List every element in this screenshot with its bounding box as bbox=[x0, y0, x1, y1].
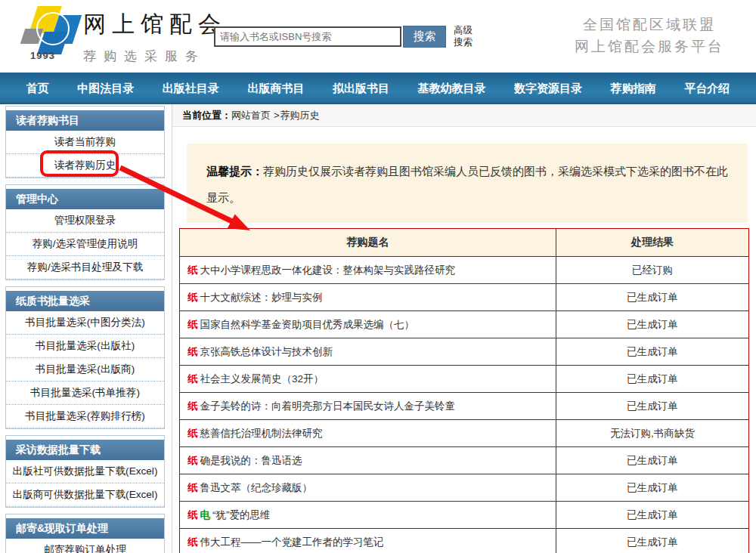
nav-item-6[interactable]: 基教幼教目录 bbox=[418, 82, 486, 96]
sidebar-item[interactable]: 邮寄荐购订单处理 bbox=[6, 539, 164, 553]
book-title-cell: 纸国家自然科学基金资助项目优秀成果选编（七） bbox=[180, 311, 556, 338]
table-row: 纸确是我说的：鲁迅语选已生成订单 bbox=[180, 447, 749, 474]
format-tag: 纸 bbox=[187, 373, 198, 385]
sidebar-section: 纸质书批量选采书目批量选采(中图分类法)书目批量选采(出版社)书目批量选采(出版… bbox=[5, 286, 165, 429]
top-header: 1993 网上馆配会 荐购选采服务 搜索 高级 搜索 全国馆配区域联盟 网上馆配… bbox=[0, 0, 756, 73]
sidebar-item[interactable]: 管理权限登录 bbox=[6, 209, 164, 233]
format-tag: 纸 bbox=[187, 400, 198, 412]
notice-text: 荐购历史仅展示读者荐购且图书馆采编人员已反馈的图书，采编选采模式下选采的图书不在… bbox=[206, 165, 728, 204]
nav-item-1[interactable]: 首页 bbox=[26, 82, 49, 96]
search-area: 搜索 高级 搜索 bbox=[214, 25, 472, 48]
search-button[interactable]: 搜索 bbox=[403, 26, 446, 48]
sidebar-item[interactable]: 出版社可供数据批量下载(Excel) bbox=[6, 460, 164, 483]
format-tag: 纸 bbox=[187, 536, 198, 548]
format-tag: 纸 bbox=[187, 346, 198, 357]
nav-item-7[interactable]: 数字资源目录 bbox=[514, 82, 582, 96]
process-result-cell: 已生成订单 bbox=[556, 311, 749, 338]
column-header-title: 荐购题名 bbox=[180, 229, 556, 257]
sidebar-item[interactable]: 书目批量选采(荐购排行榜) bbox=[6, 405, 164, 428]
format-tag: 纸 bbox=[187, 509, 198, 521]
search-input[interactable] bbox=[214, 26, 401, 47]
table-row: 纸社会主义发展简史（32开）已生成订单 bbox=[180, 366, 749, 393]
nav-item-8[interactable]: 荐购指南 bbox=[611, 82, 656, 96]
breadcrumb-label: 当前位置： bbox=[182, 110, 231, 121]
book-title: “犹”爱的思维 bbox=[212, 509, 271, 521]
book-title: 国家自然科学基金资助项目优秀成果选编（七） bbox=[200, 319, 415, 330]
sidebar-item[interactable]: 读者荐购历史 bbox=[6, 154, 164, 178]
process-result-cell: 已生成订单 bbox=[556, 284, 749, 311]
sidebar-section-title: 管理中心 bbox=[6, 189, 164, 209]
nav-item-5[interactable]: 拟出版书目 bbox=[333, 82, 389, 96]
breadcrumb-current: 荐购历史 bbox=[280, 110, 320, 121]
process-result-cell: 无法订购,书商缺货 bbox=[556, 420, 749, 447]
process-result-cell: 已生成订单 bbox=[556, 447, 749, 474]
nav-item-9[interactable]: 平台介绍 bbox=[684, 82, 730, 96]
book-title-cell: 纸十大文献综述：妙理与实例 bbox=[180, 284, 556, 311]
sidebar-item[interactable]: 荐购/选采管理使用说明 bbox=[6, 233, 164, 256]
sidebar-section-title: 读者荐购书目 bbox=[6, 110, 164, 131]
format-tag: 纸 bbox=[187, 482, 198, 493]
process-result-cell: 已生成订单 bbox=[556, 366, 749, 393]
book-title-cell: 纸金子美铃的诗：向着明亮那方日本国民女诗人金子美铃童 bbox=[180, 393, 556, 420]
book-title: 金子美铃的诗：向着明亮那方日本国民女诗人金子美铃童 bbox=[200, 400, 456, 412]
sidebar-item[interactable]: 荐购/选采书目处理及下载 bbox=[6, 256, 164, 280]
nav-item-4[interactable]: 出版商书目 bbox=[247, 82, 304, 96]
site-subtitle: 荐购选采服务 bbox=[83, 48, 227, 65]
breadcrumb-home-link[interactable]: 网站首页 bbox=[231, 110, 271, 121]
process-result-cell: 已生成订单 bbox=[556, 502, 749, 529]
nav-item-2[interactable]: 中图法目录 bbox=[77, 82, 134, 96]
sidebar-section: 采访数据批量下载出版社可供数据批量下载(Excel)出版商可供数据批量下载(Ex… bbox=[5, 435, 165, 508]
table-row: 纸伟大工程——一个党建工作者的学习笔记已生成订单 bbox=[180, 529, 749, 553]
breadcrumb: 当前位置：网站首页>荐购历史 bbox=[172, 104, 756, 127]
table-row: 纸电“犹”爱的思维已生成订单 bbox=[180, 502, 749, 529]
book-title-cell: 纸社会主义发展简史（32开） bbox=[180, 366, 556, 393]
process-result-cell: 已生成订单 bbox=[556, 393, 749, 420]
format-tag: 纸 bbox=[187, 292, 198, 303]
table-row: 纸鲁迅文萃（纪念珍藏版）已生成订单 bbox=[180, 474, 749, 502]
slogan-line2: 网上馆配会服务平台 bbox=[575, 36, 724, 57]
history-table-body: 纸大中小学课程思政一体化建设：整体构架与实践路径研究已经订购纸十大文献综述：妙理… bbox=[180, 257, 749, 553]
sidebar-item[interactable]: 书目批量选采(中图分类法) bbox=[6, 311, 164, 335]
book-title: 慈善信托治理机制法律研究 bbox=[200, 428, 323, 439]
site-title: 网上馆配会 bbox=[83, 9, 227, 40]
sidebar-item[interactable]: 书目批量选采(出版社) bbox=[6, 335, 164, 358]
site-logo-icon: 1993 bbox=[21, 5, 80, 63]
brand-text: 网上馆配会 荐购选采服务 bbox=[83, 9, 227, 65]
book-title-cell: 纸慈善信托治理机制法律研究 bbox=[180, 420, 556, 447]
process-result-cell: 已生成订单 bbox=[556, 474, 749, 502]
sidebar-item[interactable]: 书目批量选采(出版商) bbox=[6, 358, 164, 382]
content-area: 当前位置：网站首页>荐购历史 温馨提示：荐购历史仅展示读者荐购且图书馆采编人员已… bbox=[172, 104, 756, 553]
sidebar-item[interactable]: 书目批量选采(书单推荐) bbox=[6, 382, 164, 405]
book-title: 京张高铁总体设计与技术创新 bbox=[200, 346, 333, 357]
main-nav: 首页中图法目录出版社目录出版商书目拟出版书目基教幼教目录数字资源目录荐购指南平台… bbox=[0, 73, 756, 104]
sidebar: 读者荐购书目读者当前荐购读者荐购历史管理中心管理权限登录荐购/选采管理使用说明荐… bbox=[0, 104, 172, 553]
table-row: 纸十大文献综述：妙理与实例已生成订单 bbox=[180, 284, 749, 311]
book-title: 社会主义发展简史（32开） bbox=[200, 373, 324, 385]
book-title: 十大文献综述：妙理与实例 bbox=[200, 292, 323, 303]
sidebar-section-title: 采访数据批量下载 bbox=[6, 440, 164, 460]
advanced-search-line1: 高级 bbox=[454, 25, 472, 37]
sidebar-section: 读者荐购书目读者当前荐购读者荐购历史 bbox=[5, 106, 165, 178]
sidebar-section: 管理中心管理权限登录荐购/选采管理使用说明荐购/选采书目处理及下载 bbox=[5, 184, 165, 280]
process-result-cell: 已生成订单 bbox=[556, 338, 749, 366]
breadcrumb-separator: > bbox=[274, 110, 280, 121]
advanced-search-link[interactable]: 高级 搜索 bbox=[454, 25, 472, 48]
book-title: 鲁迅文萃（纪念珍藏版） bbox=[200, 482, 313, 493]
platform-slogan: 全国馆配区域联盟 网上馆配会服务平台 bbox=[575, 14, 724, 58]
notice-prefix: 温馨提示： bbox=[206, 165, 263, 178]
table-row: 纸金子美铃的诗：向着明亮那方日本国民女诗人金子美铃童已生成订单 bbox=[180, 393, 749, 420]
recommend-history-table: 荐购题名 处理结果 纸大中小学课程思政一体化建设：整体构架与实践路径研究已经订购… bbox=[179, 228, 749, 553]
book-title: 伟大工程——一个党建工作者的学习笔记 bbox=[200, 536, 384, 548]
format-tag: 电 bbox=[200, 509, 211, 521]
table-row: 纸大中小学课程思政一体化建设：整体构架与实践路径研究已经订购 bbox=[180, 257, 749, 284]
advanced-search-line2: 搜索 bbox=[454, 37, 472, 49]
format-tag: 纸 bbox=[187, 319, 198, 330]
table-row: 纸慈善信托治理机制法律研究无法订购,书商缺货 bbox=[180, 420, 749, 447]
book-title-cell: 纸大中小学课程思政一体化建设：整体构架与实践路径研究 bbox=[180, 257, 556, 284]
sidebar-item[interactable]: 读者当前荐购 bbox=[6, 131, 164, 154]
sidebar-item[interactable]: 出版商可供数据批量下载(Excel) bbox=[6, 483, 164, 507]
main-wrap: 读者荐购书目读者当前荐购读者荐购历史管理中心管理权限登录荐购/选采管理使用说明荐… bbox=[0, 104, 756, 553]
nav-item-3[interactable]: 出版社目录 bbox=[163, 82, 219, 96]
notice-box: 温馨提示：荐购历史仅展示读者荐购且图书馆采编人员已反馈的图书，采编选采模式下选采… bbox=[187, 144, 748, 223]
book-title-cell: 纸京张高铁总体设计与技术创新 bbox=[180, 338, 556, 366]
